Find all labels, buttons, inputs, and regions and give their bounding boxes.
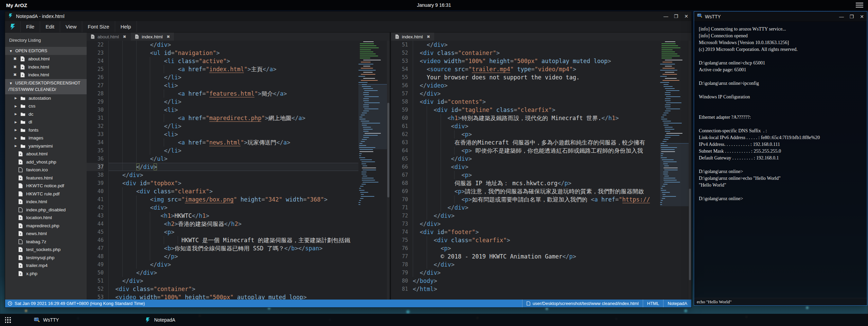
minimap[interactable] [358, 41, 387, 300]
minimize-button[interactable]: — [836, 12, 847, 21]
code-line[interactable]: </div> [413, 212, 660, 220]
code-line[interactable]: <div class="container"> [413, 49, 660, 57]
open-editor-item[interactable]: ✖about.html [5, 55, 87, 63]
tab-index.html[interactable]: index.html✖ [131, 33, 174, 41]
scrollbar[interactable] [387, 41, 390, 300]
code-line[interactable]: </div> [413, 155, 660, 163]
code-line[interactable]: <img src="images/box.png" height="342" w… [108, 195, 358, 204]
code-line[interactable]: <p> [413, 171, 660, 179]
code-line[interactable]: <a href="news.html">玩家傳送門</a> [108, 138, 358, 147]
code-line[interactable]: </div> [108, 41, 358, 49]
code-line[interactable]: </ul> [108, 155, 358, 163]
code-line[interactable]: <h1>特別為建築及鐵路而設，現代化的 Minecraft 世界.</h1> [413, 114, 660, 122]
code-line[interactable]: <a href="features.html">簡介</a> [108, 90, 358, 98]
code-line[interactable]: <h1>HKWTC</h1> [108, 212, 358, 220]
close-icon[interactable]: ✖ [13, 73, 17, 77]
tree-file[interactable]: location.html [5, 214, 87, 222]
maximize-button[interactable]: ❐ [671, 12, 681, 21]
code-line[interactable]: </div> [413, 41, 660, 49]
code-line[interactable]: <div> [413, 122, 660, 130]
menu-file[interactable]: File [21, 21, 40, 32]
code-line[interactable]: <div> [108, 204, 358, 212]
code-line[interactable]: <li> [108, 81, 358, 90]
code-line[interactable]: <b>你知道我們全線伺服器已轉用 SSD 了嗎？</b></span> [108, 244, 358, 252]
code-line[interactable]: Your browser does not support the video … [413, 73, 660, 81]
code-line[interactable]: </p> [108, 252, 358, 261]
tree-file[interactable]: index.php_disabled [5, 206, 87, 214]
code-line[interactable]: <div id="contents"> [413, 98, 660, 106]
code-line[interactable]: </div> [108, 261, 358, 269]
tree-folder-yamiyamimi[interactable]: ▶yamiyamimi [5, 142, 87, 150]
taskbar-item-wstty[interactable]: WsTTY [29, 314, 64, 326]
code-line[interactable]: <video width="100%" height="500px" autop… [413, 57, 660, 65]
code-line[interactable]: <li> [108, 106, 358, 114]
code-line[interactable]: </div> [108, 171, 358, 179]
code-line[interactable]: <p>請注意，我們的伺服器為確保玩家及遊玩時的質素，我們對的服器開啟 [413, 187, 660, 195]
tree-file[interactable]: testmysql.php [5, 254, 87, 262]
code-line[interactable]: </div> [108, 163, 358, 171]
code-line[interactable]: <li class="active"> [108, 57, 358, 65]
code-line[interactable]: 在香港的Minecraft 伺服器中，多為小遊戲和純生存的伺服器，較少擁有 [413, 138, 660, 147]
code-line[interactable]: </div> [413, 90, 660, 98]
close-button[interactable]: ✕ [857, 12, 867, 21]
code-line[interactable]: </div> [413, 269, 660, 277]
code-line[interactable]: <video width="100%" height="500px" autop… [108, 293, 358, 300]
code-line[interactable]: <a href="mapredirect.php">網上地圖</a> [108, 114, 358, 122]
tree-folder-autostation[interactable]: ▶autostation [5, 94, 87, 102]
code-line[interactable]: </div> [108, 277, 358, 285]
workspace-folder-header[interactable]: ▼USER:/DESKTOP/SCREENSHOT/TEST/WWW CLEAN… [5, 79, 87, 94]
code-line[interactable]: <p> 即使你不是建築師，你也能透過紅石師或鐵路工程師的身份加入我 [413, 147, 660, 155]
tree-file[interactable]: x.php [5, 270, 87, 278]
tree-file[interactable]: news.html [5, 230, 87, 238]
code-line[interactable]: </li> [108, 98, 358, 106]
code-line[interactable]: <div class="clearfix"> [413, 236, 660, 244]
close-icon[interactable]: ✖ [123, 35, 126, 39]
code-line[interactable]: <div class="clearfix"> [108, 187, 358, 195]
code-line[interactable]: <p> [108, 228, 358, 236]
wstty-titlebar[interactable]: WsTTY — ❐ ✕ [694, 12, 867, 22]
tree-file[interactable]: AHKWTC rule.pdf [5, 190, 87, 198]
tree-folder-images[interactable]: ▶images [5, 134, 87, 142]
code-line[interactable]: </li> [108, 122, 358, 130]
tree-file[interactable]: features.html [5, 174, 87, 182]
code-line[interactable]: <div id="footer"> [413, 228, 660, 236]
code-line[interactable]: <div id="topbox"> [108, 179, 358, 187]
code-line[interactable]: </video> [413, 81, 660, 90]
aroz-menu-button[interactable]: My ArOZ [6, 2, 27, 8]
notepada-titlebar[interactable]: NotepadA - index.html — ❐ ✕ [5, 12, 691, 21]
scrollbar-thumb[interactable] [387, 103, 389, 197]
close-icon[interactable]: ✖ [13, 65, 17, 69]
tab-index.html[interactable]: index.html✖ [391, 33, 434, 41]
menu-view[interactable]: View [60, 21, 82, 32]
tree-folder-css[interactable]: ▶css [5, 102, 87, 110]
close-button[interactable]: ✕ [681, 12, 691, 21]
maximize-button[interactable]: ❐ [847, 12, 857, 21]
tree-file[interactable]: favicon.ico [5, 166, 87, 174]
code-line[interactable]: </div> [413, 261, 660, 269]
menu-help[interactable]: Help [115, 21, 137, 32]
open-editor-item[interactable]: ✖index.html [5, 63, 87, 71]
tree-file[interactable]: mapredirect.php [5, 222, 87, 230]
minimap[interactable] [660, 41, 689, 300]
code-line[interactable]: </div> [413, 220, 660, 228]
close-icon[interactable]: ✖ [167, 35, 170, 39]
menu-font-size[interactable]: Font Size [82, 21, 115, 32]
code-line[interactable]: <div class="container"> [108, 285, 358, 293]
scrollbar-thumb[interactable] [689, 189, 691, 280]
code-line[interactable]: </li> [108, 73, 358, 81]
taskbar-item-notepada[interactable]: NotepadA [140, 314, 180, 326]
close-icon[interactable]: ✖ [13, 57, 17, 61]
code-line[interactable]: HKWTC 是一個 Minecraft 的建築伺服器，主要建築計劃包括鐵 [108, 236, 358, 244]
terminal-input[interactable]: echo "Hello World" [694, 298, 867, 305]
code-line[interactable]: 伺服器 IP 地址為： mcs.hkwtc.org</p> [413, 179, 660, 187]
code-line[interactable]: <a href="index.html">主頁</a> [108, 65, 358, 73]
code-line[interactable]: <div id="tagline" class="clearfix"> [413, 106, 660, 114]
code-line[interactable]: <p> [413, 244, 660, 252]
hamburger-menu-icon[interactable] [856, 3, 863, 7]
tree-folder-dl[interactable]: ▶dl [5, 118, 87, 126]
tree-file[interactable]: AHKWTC notice.pdf [5, 182, 87, 190]
scrollbar[interactable] [689, 41, 691, 300]
code-line[interactable]: </div> [108, 269, 358, 277]
code-line[interactable]: <div> [413, 163, 660, 171]
tab-about.html[interactable]: about.html✖ [87, 33, 130, 41]
